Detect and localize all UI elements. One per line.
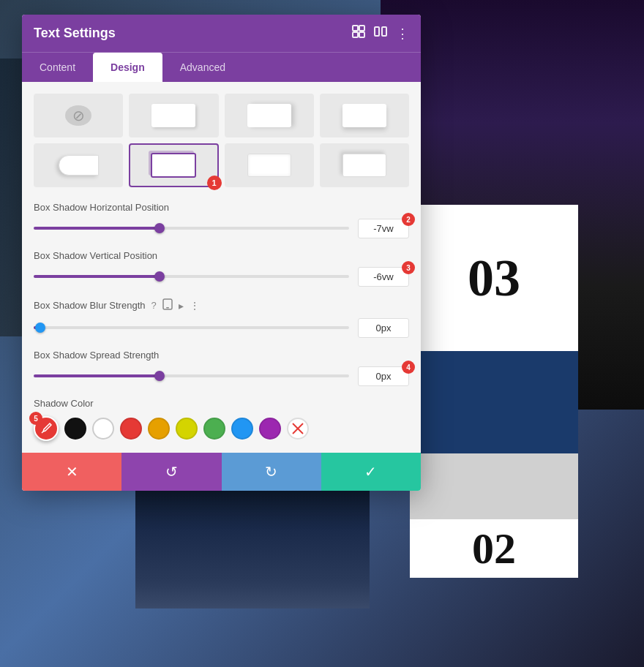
shadow-option-selected[interactable]: 1: [129, 143, 218, 187]
svg-rect-3: [359, 32, 364, 37]
svg-rect-7: [166, 307, 169, 309]
blur-strength-value-wrap: 0px: [358, 318, 409, 338]
spread-strength-track[interactable]: [34, 374, 349, 379]
text-settings-panel: Text Settings ⋮ Content: [22, 15, 421, 491]
shadow-option-bottom[interactable]: [320, 94, 409, 137]
mobile-icon[interactable]: [162, 298, 173, 312]
slide-number-03: 03: [468, 248, 520, 309]
redo-icon: ↻: [265, 463, 277, 481]
confirm-button[interactable]: ✓: [321, 453, 421, 491]
svg-rect-5: [382, 27, 386, 36]
blur-more-icon[interactable]: ⋮: [190, 300, 200, 312]
spread-strength-thumb[interactable]: [154, 371, 165, 381]
horizontal-position-value-wrap: -7vw 2: [358, 219, 409, 238]
spread-strength-track-bg: [34, 374, 349, 377]
spread-strength-section: Box Shadow Spread Strength 0px 4: [34, 350, 409, 386]
vertical-position-track-bg: [34, 275, 349, 278]
panel-title: Text Settings: [34, 26, 116, 41]
vertical-position-value[interactable]: -6vw: [358, 267, 409, 287]
horizontal-position-track[interactable]: [34, 227, 349, 231]
shadow-option-none[interactable]: ⊘: [34, 94, 123, 137]
spread-strength-slider-row: 0px 4: [34, 366, 409, 386]
header-icons: ⋮: [352, 25, 409, 42]
vertical-position-label-row: Box Shadow Vertical Position: [34, 250, 409, 261]
horizontal-position-slider-row: -7vw 2: [34, 219, 409, 238]
vertical-position-value-wrap: -6vw 3: [358, 267, 409, 287]
vertical-position-track[interactable]: [34, 275, 349, 279]
vertical-position-thumb[interactable]: [154, 271, 165, 282]
shadow-style-grid: ⊘ 1: [34, 94, 409, 187]
blur-strength-label: Box Shadow Blur Strength: [34, 300, 145, 311]
cursor-icon[interactable]: ▸: [179, 300, 184, 312]
swatch-purple[interactable]: [259, 418, 281, 440]
vertical-position-fill: [34, 275, 160, 278]
swatch-green[interactable]: [203, 418, 225, 440]
eyedropper-button[interactable]: 5: [34, 416, 59, 441]
swatch-blue[interactable]: [231, 418, 253, 440]
shadow-color-section: Shadow Color 5: [34, 398, 409, 441]
spread-strength-badge: 4: [402, 361, 415, 374]
slide-number-02: 02: [472, 524, 516, 574]
corner-shadow-preview: [342, 154, 386, 177]
vertical-position-section: Box Shadow Vertical Position -6vw 3: [34, 250, 409, 287]
light-shadow-preview: [247, 154, 291, 177]
horizontal-position-badge: 2: [402, 213, 415, 226]
bottom-toolbar: ✕ ↺ ↻ ✓: [22, 453, 421, 491]
swatch-black[interactable]: [64, 418, 86, 440]
shadow-option-flat[interactable]: [129, 94, 218, 137]
svg-rect-0: [353, 26, 358, 31]
cancel-button[interactable]: ✕: [22, 453, 121, 491]
no-shadow-icon: ⊘: [65, 105, 91, 126]
undo-icon: ↺: [165, 463, 178, 481]
tab-bar: Content Design Advanced: [22, 52, 421, 82]
shadow-option-right[interactable]: [225, 94, 314, 137]
shadow-option-rounded-left[interactable]: [34, 143, 123, 187]
vertical-position-badge: 3: [402, 261, 415, 274]
expand-icon[interactable]: [352, 25, 365, 42]
flat-shadow-preview: [151, 104, 195, 127]
cancel-icon: ✕: [66, 463, 78, 481]
swatch-none[interactable]: [287, 418, 309, 440]
panel-body: ⊘ 1: [22, 82, 421, 453]
redo-button[interactable]: ↻: [222, 453, 321, 491]
eyedropper-badge: 5: [29, 412, 42, 425]
spread-strength-fill: [34, 374, 160, 377]
shadow-option-badge-1: 1: [207, 176, 222, 190]
columns-icon[interactable]: [374, 25, 387, 42]
swatch-yellow[interactable]: [176, 418, 198, 440]
swatch-red[interactable]: [120, 418, 142, 440]
horizontal-position-section: Box Shadow Horizontal Position -7vw 2: [34, 202, 409, 238]
slide-02: 02: [410, 519, 578, 578]
blur-strength-track[interactable]: [34, 326, 349, 331]
blur-strength-slider-row: 0px: [34, 318, 409, 338]
blur-strength-thumb[interactable]: [35, 323, 45, 333]
blur-strength-track-bg: [34, 326, 349, 329]
tab-advanced[interactable]: Advanced: [162, 53, 243, 82]
horizontal-position-value[interactable]: -7vw: [358, 219, 409, 238]
horizontal-position-thumb[interactable]: [154, 223, 165, 233]
horizontal-position-fill: [34, 227, 160, 230]
svg-rect-1: [359, 26, 364, 31]
swatch-white[interactable]: [92, 418, 114, 440]
tab-design[interactable]: Design: [93, 53, 162, 82]
blur-strength-label-row: Box Shadow Blur Strength ? ▸ ⋮: [34, 298, 409, 312]
more-icon[interactable]: ⋮: [396, 26, 409, 42]
vertical-position-slider-row: -6vw 3: [34, 267, 409, 287]
swatch-orange[interactable]: [148, 418, 170, 440]
blur-strength-section: Box Shadow Blur Strength ? ▸ ⋮: [34, 298, 409, 338]
panel-header: Text Settings ⋮: [22, 15, 421, 52]
spread-strength-label-row: Box Shadow Spread Strength: [34, 350, 409, 361]
shadow-option-corner[interactable]: [320, 143, 409, 187]
shadow-option-light[interactable]: [225, 143, 314, 187]
shadow-color-label: Shadow Color: [34, 398, 409, 409]
city-bg: [135, 477, 370, 608]
undo-button[interactable]: ↺: [121, 453, 221, 491]
tab-content[interactable]: Content: [22, 53, 93, 82]
spread-strength-value[interactable]: 0px: [358, 366, 409, 386]
color-swatches: 5: [34, 416, 409, 441]
selected-shadow-preview: [151, 153, 196, 178]
blur-strength-value[interactable]: 0px: [358, 318, 409, 338]
bottom-shadow-preview: [342, 104, 386, 127]
svg-rect-4: [375, 27, 379, 36]
help-icon[interactable]: ?: [151, 300, 156, 311]
